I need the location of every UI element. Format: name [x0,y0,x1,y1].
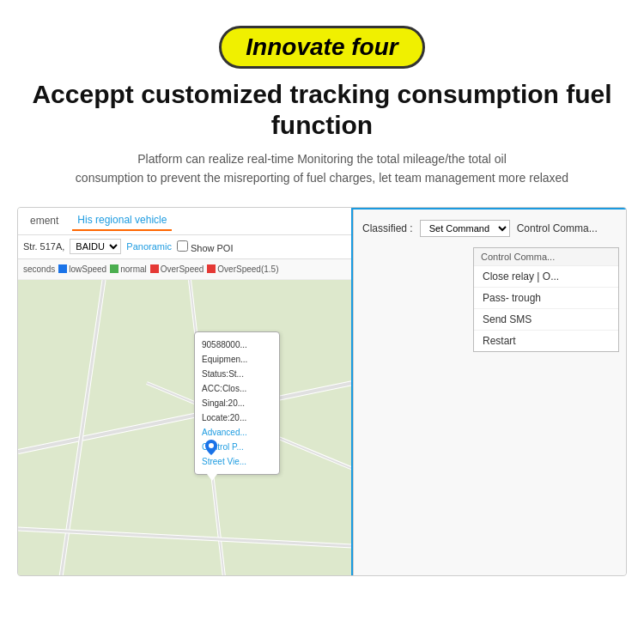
map-panel: ement His regional vehicle Str. 517A, BA… [18,208,353,576]
popup-status: Status:St... [202,369,244,379]
right-dropdown-box: Control Comma... Close relay | O... Pass… [473,247,619,352]
badge-wrapper: Innovate four [219,26,424,69]
classified-label: Classified : [362,222,413,234]
legend-box-overspeed15 [207,264,216,273]
popup-equipment: Equipmen... [202,355,247,364]
page-wrapper: Innovate four Acceppt customized trackin… [0,0,644,644]
popup-locate: Locate:20... [202,413,246,422]
tab-regional[interactable]: His regional vehicle [72,210,172,231]
legend-normal: normal [110,264,147,274]
show-poi-checkbox[interactable] [177,240,188,252]
set-command-select[interactable]: Set Command [420,220,510,237]
legend-seconds: seconds [23,264,55,274]
street-label: Str. 517A, [23,241,64,252]
panoramic-link[interactable]: Panoramic [126,241,172,252]
subtitle-line1: Platform can realize real-time Monitorin… [137,152,507,166]
tab-ement[interactable]: ement [25,211,64,230]
popup-acc: ACC:Clos... [202,384,246,393]
popup-streetview-link[interactable]: Street Vie... [202,454,272,469]
legend-box-lowspeed [58,264,67,273]
legend-box-overspeed [150,264,159,273]
map-svg [18,280,353,576]
popup-advanced-link[interactable]: Advanced... [202,425,272,440]
svg-point-11 [209,443,214,448]
legend-overspeed: OverSpeed [150,264,204,274]
dropdown-item-3[interactable]: Restart [474,331,618,351]
dropdown-item-1[interactable]: Pass- trough [474,288,618,309]
legend-low-speed: lowSpeed [58,264,106,274]
baidu-select[interactable]: BAIDU [70,239,121,254]
legend-overspeed15: OverSpeed(1.5) [207,264,278,274]
subtitle-line2: consumption to prevent the misreporting … [76,171,568,185]
dropdown-header: Control Comma... [474,248,618,266]
control-command-label: Control Comma... [517,222,598,234]
main-title: Acceppt customized tracking consumption … [17,79,627,141]
subtitle: Platform can realize real-time Monitorin… [76,149,568,188]
map-topbar: ement His regional vehicle [18,208,353,235]
legend-bar: seconds lowSpeed normal OverSpeed OverSp… [18,259,353,280]
show-poi-check[interactable]: Show POI [177,240,234,253]
dropdown-item-2[interactable]: Send SMS [474,309,618,331]
right-panel: Classified : Set Command Control Comma..… [353,208,627,576]
popup-id: 90588000... [202,340,247,349]
map-pin [205,440,217,455]
right-top-row: Classified : Set Command Control Comma..… [362,220,619,237]
dropdown-item-0[interactable]: Close relay | O... [474,266,618,288]
map-toolbar: Str. 517A, BAIDU Panoramic Show POI [18,235,353,259]
map-area[interactable]: 90588000... Equipmen... Status:St... ACC… [18,280,353,576]
screenshot-container: ement His regional vehicle Str. 517A, BA… [17,207,627,576]
innovate-badge: Innovate four [219,26,424,69]
legend-box-normal [110,264,118,273]
popup-signal: Singal:20... [202,398,245,408]
